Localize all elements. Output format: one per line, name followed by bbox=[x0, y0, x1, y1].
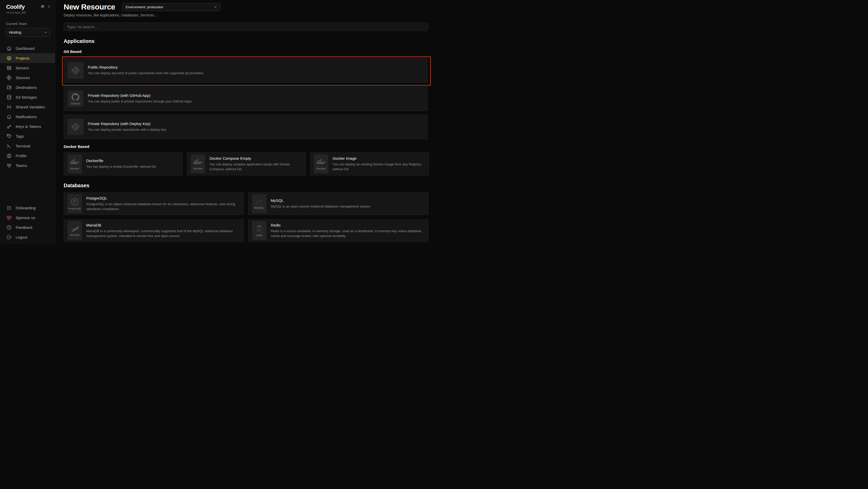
sidebar-item-tags[interactable]: Tags bbox=[0, 131, 55, 141]
sidebar-item-s3-storages[interactable]: S3 Storages bbox=[0, 92, 55, 102]
sidebar-item-projects[interactable]: Projects bbox=[0, 53, 55, 63]
card-description: MariaDB is a community-developed, commer… bbox=[86, 229, 240, 238]
redis-icon: redis bbox=[252, 221, 267, 240]
sidebar-item-sponsor-us[interactable]: Sponsor us bbox=[0, 213, 55, 223]
sidebar-footer: Onboarding Sponsor us Feedback Logout bbox=[0, 203, 55, 244]
page-subtitle: Deploy resources, like Applications, Dat… bbox=[64, 13, 428, 17]
card-description: You can deploy a simple Dockerfile, with… bbox=[86, 164, 157, 169]
sidebar: Coolify v4.0.0-beta.399 Current Team Hos… bbox=[0, 0, 55, 244]
sidebar-item-label: Notifications bbox=[16, 115, 37, 119]
sidebar-item-logout[interactable]: Logout bbox=[0, 232, 55, 242]
mysql-wordmark: MySQL bbox=[254, 206, 264, 209]
github-wordmark: GitHub bbox=[71, 102, 80, 105]
card-description: PostgreSQL is an object-relational datab… bbox=[86, 202, 240, 212]
sidebar-item-label: Onboarding bbox=[16, 206, 36, 210]
logout-icon bbox=[6, 234, 12, 240]
sidebar-item-teams[interactable]: Teams bbox=[0, 161, 55, 170]
sidebar-item-feedback[interactable]: Feedback bbox=[0, 223, 55, 232]
users-icon bbox=[6, 163, 12, 168]
card-description: You can deploy complex application easil… bbox=[210, 162, 301, 172]
main-content: New Resource Environment: production Dep… bbox=[56, 0, 434, 244]
sidebar-item-sources[interactable]: Sources bbox=[0, 73, 55, 82]
sidebar-item-label: Projects bbox=[16, 56, 30, 60]
docker-wordmark: docker bbox=[193, 167, 203, 170]
postgresql-icon: PostgreSQL bbox=[67, 194, 82, 213]
chevron-down-icon bbox=[214, 5, 217, 9]
sidebar-item-label: S3 Storages bbox=[16, 95, 37, 99]
sidebar-item-keys-tokens[interactable]: Keys & Tokens bbox=[0, 121, 55, 131]
sidebar-nav: Dashboard Projects Servers Sources Desti… bbox=[0, 44, 55, 244]
card-title: Private Repository (with GitHub App) bbox=[88, 93, 193, 97]
docker-icon: docker bbox=[67, 154, 82, 173]
key-icon bbox=[6, 123, 12, 129]
resource-card-mariadb[interactable]: MariaDB MariaDB MariaDB is a community-d… bbox=[64, 219, 244, 242]
sidebar-item-destinations[interactable]: Destinations bbox=[0, 82, 55, 92]
sidebar-item-label: Feedback bbox=[16, 225, 33, 230]
card-title: Public Repository bbox=[88, 65, 204, 69]
user-circle-icon bbox=[6, 153, 12, 159]
docker-icon: docker bbox=[314, 154, 328, 173]
git-based-heading: Git Based bbox=[64, 49, 428, 54]
redis-wordmark: redis bbox=[256, 234, 262, 237]
mysql-icon: MySQL bbox=[252, 194, 267, 213]
resource-card-private-repository-deploy-key[interactable]: Private Repository (with Deploy Key) You… bbox=[64, 115, 428, 139]
database-icon bbox=[6, 94, 12, 100]
team-select[interactable]: Hosting bbox=[6, 28, 50, 37]
chevron-down-icon bbox=[44, 31, 48, 34]
sidebar-item-terminal[interactable]: Terminal bbox=[0, 141, 55, 151]
mariadb-wordmark: MariaDB bbox=[70, 234, 80, 236]
card-title: Redis bbox=[271, 223, 424, 227]
tag-icon bbox=[6, 133, 12, 139]
collapse-chevrons-icon[interactable] bbox=[47, 5, 51, 8]
sidebar-item-label: Sponsor us bbox=[16, 215, 35, 220]
resource-card-public-repository[interactable]: Public Repository You can deploy any kin… bbox=[64, 58, 428, 83]
environment-select-value: Environment: production bbox=[126, 5, 163, 9]
home-icon bbox=[6, 46, 12, 51]
app-logo: Coolify bbox=[6, 4, 25, 10]
bell-icon bbox=[6, 114, 12, 119]
search-input[interactable] bbox=[64, 23, 428, 31]
mariadb-icon: MariaDB bbox=[67, 221, 82, 240]
sidebar-item-shared-variables[interactable]: Shared Variables bbox=[0, 102, 55, 112]
heart-hands-icon bbox=[6, 215, 12, 220]
applications-heading: Applications bbox=[64, 38, 428, 44]
help-circle-icon bbox=[6, 225, 12, 230]
resource-card-postgresql[interactable]: PostgreSQL PostgreSQL PostgreSQL is an o… bbox=[64, 192, 244, 215]
resource-card-docker-image[interactable]: docker Docker Image You can deploy an ex… bbox=[310, 152, 429, 175]
card-title: MariaDB bbox=[86, 223, 240, 227]
sidebar-item-onboarding[interactable]: Onboarding bbox=[0, 203, 55, 213]
card-title: Dockerfile bbox=[86, 159, 157, 163]
sidebar-item-servers[interactable]: Servers bbox=[0, 63, 55, 73]
git-icon bbox=[67, 119, 84, 135]
sidebar-item-label: Terminal bbox=[16, 144, 30, 148]
checklist-icon bbox=[6, 205, 12, 210]
layers-icon bbox=[6, 55, 12, 61]
theme-toggle-sun-icon[interactable] bbox=[40, 4, 45, 8]
sidebar-item-label: Teams bbox=[16, 163, 27, 168]
current-team-label: Current Team bbox=[0, 14, 55, 26]
resource-card-mysql[interactable]: MySQL MySQL MySQL is an open-source rela… bbox=[248, 192, 428, 215]
resource-card-dockerfile[interactable]: docker Dockerfile You can deploy a simpl… bbox=[64, 152, 183, 175]
team-select-value: Hosting bbox=[9, 30, 21, 34]
sidebar-item-label: Shared Variables bbox=[16, 105, 45, 109]
sidebar-item-label: Tags bbox=[16, 134, 24, 138]
environment-select[interactable]: Environment: production bbox=[122, 3, 220, 11]
resource-card-redis[interactable]: redis Redis Redis is a source-available,… bbox=[248, 219, 428, 242]
card-description: You can deploy any kind of public reposi… bbox=[88, 71, 204, 76]
resource-card-private-repository-github-app[interactable]: GitHub Private Repository (with GitHub A… bbox=[64, 86, 428, 111]
page-title: New Resource bbox=[64, 3, 115, 11]
resource-card-docker-compose-empty[interactable]: docker Docker Compose Empty You can depl… bbox=[187, 152, 306, 175]
github-icon: GitHub bbox=[67, 90, 84, 107]
sidebar-item-notifications[interactable]: Notifications bbox=[0, 112, 55, 121]
sidebar-item-profile[interactable]: Profile bbox=[0, 151, 55, 161]
sidebar-item-label: Keys & Tokens bbox=[16, 124, 41, 129]
app-version: v4.0.0-beta.399 bbox=[0, 10, 55, 14]
server-icon bbox=[6, 65, 12, 70]
card-title: Private Repository (with Deploy Key) bbox=[88, 121, 167, 126]
sidebar-item-label: Servers bbox=[16, 66, 29, 70]
docker-wordmark: docker bbox=[316, 167, 326, 170]
terminal-icon bbox=[6, 143, 12, 149]
docker-wordmark: docker bbox=[70, 167, 79, 170]
sidebar-item-dashboard[interactable]: Dashboard bbox=[0, 44, 55, 53]
git-branch-icon bbox=[6, 75, 12, 80]
